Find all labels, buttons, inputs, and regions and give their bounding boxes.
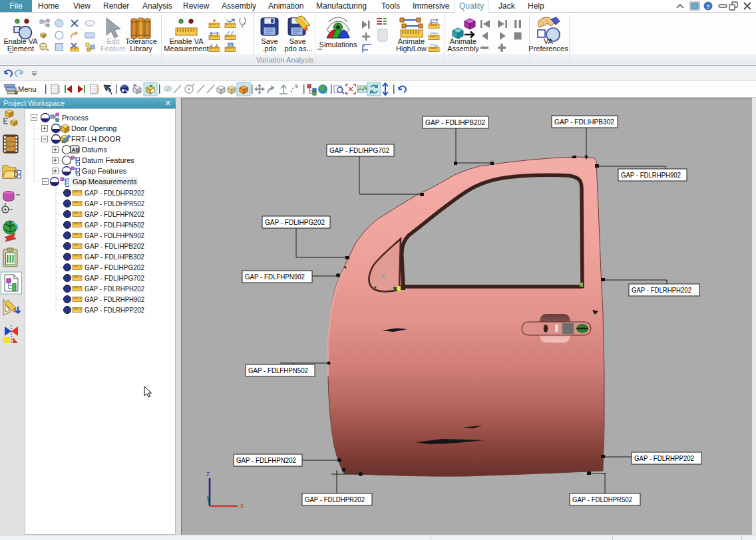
svg-text:Library: Library — [130, 45, 152, 53]
svg-text:GAP - FDLIHPG202: GAP - FDLIHPG202 — [85, 263, 144, 271]
svg-text:GAP - FDLRHPH902: GAP - FDLRHPH902 — [85, 295, 144, 303]
svg-text:x: x — [240, 502, 244, 509]
svg-text:GAP - FDLIHPG702: GAP - FDLIHPG702 — [85, 274, 144, 282]
svg-text:?: ? — [706, 3, 710, 10]
svg-text:AB: AB — [72, 147, 80, 153]
svg-text:Element: Element — [7, 45, 34, 53]
svg-text:GAP - FDLFHPN902: GAP - FDLFHPN902 — [245, 273, 305, 281]
svg-text:GAP - FDLFHPN502: GAP - FDLFHPN502 — [248, 366, 308, 374]
svg-text:GAP - FDLFHPN502: GAP - FDLFHPN502 — [85, 221, 144, 229]
svg-text:Door Opening: Door Opening — [71, 124, 117, 132]
svg-text:GAP - FDLIHPB302: GAP - FDLIHPB302 — [554, 118, 614, 126]
svg-text:Datum Features: Datum Features — [82, 156, 134, 164]
svg-text:Variation Analysis: Variation Analysis — [256, 56, 314, 64]
svg-text:GAP - FDLFHPN202: GAP - FDLFHPN202 — [85, 210, 144, 218]
svg-text:Simulations: Simulations — [319, 41, 357, 49]
svg-text:GAP - FDLIHPB302: GAP - FDLIHPB302 — [85, 253, 144, 261]
svg-text:GAP - FDLRHPP202: GAP - FDLRHPP202 — [85, 306, 144, 314]
svg-text:Measurement: Measurement — [164, 45, 208, 53]
svg-text:GAP - FDLIHPG702: GAP - FDLIHPG702 — [329, 146, 389, 154]
svg-text:High/Low: High/Low — [396, 45, 427, 53]
svg-text:GAP - FDLDHPR502: GAP - FDLDHPR502 — [572, 495, 632, 503]
svg-text:.pdo as...: .pdo as... — [282, 45, 312, 53]
svg-text:GAP - FDLDHPR202: GAP - FDLDHPR202 — [305, 495, 365, 503]
svg-text:Assembly: Assembly — [447, 45, 479, 53]
svg-text:GAP - FDLRHPH902: GAP - FDLRHPH902 — [621, 171, 681, 179]
svg-text:GAP - FDLFHPN202: GAP - FDLFHPN202 — [236, 456, 296, 464]
svg-text:Process: Process — [62, 114, 89, 122]
svg-text:GAP - FDLFHPN902: GAP - FDLFHPN902 — [85, 231, 144, 239]
svg-text:z: z — [206, 470, 210, 477]
svg-text:Feature: Feature — [100, 45, 126, 53]
svg-text:Gap Features: Gap Features — [82, 167, 127, 175]
svg-text:Menu: Menu — [18, 85, 37, 93]
svg-text:GAP - FDLDHPR502: GAP - FDLDHPR502 — [85, 200, 144, 207]
svg-text:GAP - FDLIHPG202: GAP - FDLIHPG202 — [265, 218, 325, 226]
svg-text:GAP - FDLRHPH202: GAP - FDLRHPH202 — [85, 285, 144, 293]
svg-text:GAP - FDLIHPB202: GAP - FDLIHPB202 — [85, 242, 144, 250]
svg-text:Gap Measurements: Gap Measurements — [73, 178, 137, 186]
svg-text:GAP - FDLDHPR202: GAP - FDLDHPR202 — [85, 189, 144, 197]
svg-text:Preferences: Preferences — [528, 45, 568, 53]
svg-text:GAP - FDLRHPH202: GAP - FDLRHPH202 — [632, 286, 691, 294]
svg-text:GAP - FDLIHPB202: GAP - FDLIHPB202 — [425, 118, 485, 126]
svg-text:GAP - FDLRHPP202: GAP - FDLRHPP202 — [634, 454, 694, 462]
svg-text:FRT-LH DOOR: FRT-LH DOOR — [71, 135, 120, 143]
svg-text:.pdo: .pdo — [262, 45, 276, 53]
svg-text:Datums: Datums — [82, 146, 107, 154]
